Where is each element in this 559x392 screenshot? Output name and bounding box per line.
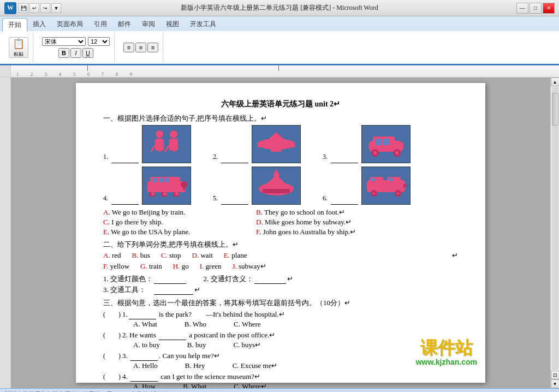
redo-btn[interactable]: ↪ <box>40 3 50 13</box>
q1-text: 1. is the park? —It's behind the hospita… <box>122 310 285 319</box>
cat-1: 1. 交通灯颜色： <box>103 274 187 284</box>
q3-b: B. Hey <box>185 361 205 370</box>
watermark: 课件站 www.kjzhan.com <box>416 338 477 366</box>
align-left-btn[interactable]: ≡ <box>123 43 134 52</box>
align-right-btn[interactable]: ≡ <box>147 43 158 52</box>
svg-marker-38 <box>273 169 279 174</box>
restore-btn[interactable]: □ <box>530 3 542 14</box>
img-num-5: 5. <box>213 194 218 203</box>
section1-header: 一、根据图片选择合适的句子,把序号填在横线上。↵ <box>103 114 458 123</box>
ruler: 1 2 3 4 5 6 7 8 9 <box>0 66 559 78</box>
italic-btn[interactable]: I <box>70 48 81 58</box>
img-item-1: 1. <box>103 125 191 163</box>
paste-btn[interactable]: 📋 粘贴 <box>9 37 28 58</box>
doc-title: 六年级上册英语单元练习题 unit 2↵ <box>103 99 458 109</box>
doc-area: 六年级上册英语单元练习题 unit 2↵ 一、根据图片选择合适的句子,把序号填在… <box>0 78 559 388</box>
svg-point-27 <box>163 192 166 195</box>
cat-3: 3. 交通工具： ↵ <box>103 286 200 294</box>
blank-5 <box>221 195 248 205</box>
svg-rect-37 <box>273 174 279 189</box>
q3-choices: A. Hello B. Hey C. Excuse me↵ <box>103 361 458 370</box>
img-item-5: 5. <box>213 167 301 205</box>
q1-choices: A. What B. Who C. Where <box>103 320 458 329</box>
tab-layout[interactable]: 页面布局 <box>51 18 88 31</box>
tab-references[interactable]: 引用 <box>88 18 112 31</box>
section3-header: 三、根据句意，选出一个最佳的答案，将其标号填写在题前括号内。（10分）↵ <box>103 298 458 308</box>
option-c: C. I go there by ship. <box>103 218 256 227</box>
img-box-3 <box>361 125 411 163</box>
svg-point-17 <box>373 151 377 155</box>
svg-rect-36 <box>263 189 290 193</box>
q2-text: 2. He wants a postcard in the post offic… <box>122 331 275 340</box>
section2-words2: F. yellow G. train H. go I. green J. sub… <box>103 262 458 271</box>
word-c: C. stop <box>161 251 181 260</box>
svg-point-4 <box>170 130 177 138</box>
category-row2: 3. 交通工具： ↵ <box>103 285 458 295</box>
q4-c: C. Where↵ <box>234 382 267 388</box>
tab-view[interactable]: 视图 <box>160 18 185 31</box>
svg-rect-19 <box>375 139 382 145</box>
q1-c: C. Where <box>234 320 261 329</box>
bold-btn[interactable]: B <box>58 48 69 58</box>
svg-point-44 <box>373 192 375 194</box>
blank-6 <box>331 195 358 205</box>
minimize-btn[interactable]: — <box>516 3 528 14</box>
font-size-select[interactable]: 12 <box>88 37 110 46</box>
tab-mailings[interactable]: 邮件 <box>112 18 136 31</box>
tab-insert[interactable]: 插入 <box>27 18 51 31</box>
img-box-4 <box>142 167 191 205</box>
tab-developer[interactable]: 开发工具 <box>185 18 222 31</box>
ruler-side <box>0 66 11 77</box>
word-b: B. bus <box>132 251 150 260</box>
scroll-thumb[interactable] <box>552 93 558 126</box>
scroll-up-btn[interactable]: ▲ <box>551 78 560 86</box>
tab-home[interactable]: 开始 <box>2 18 27 32</box>
title-bar-left: W 💾 ↩ ↪ ▼ <box>4 2 61 14</box>
customize-btn[interactable]: ▼ <box>51 3 61 13</box>
word-d: D. wait <box>192 251 213 260</box>
img-item-6: 6. <box>323 167 411 205</box>
save-quick-btn[interactable]: 💾 <box>19 3 28 13</box>
align-center-btn[interactable]: ≡ <box>135 43 146 52</box>
right-scrollbar: ▲ ⊡ ▼ <box>550 78 559 388</box>
blank-3 <box>331 154 358 163</box>
tab-review[interactable]: 审阅 <box>136 18 160 31</box>
cat-2: 2. 交通灯含义： ↵ <box>204 274 294 284</box>
undo-btn[interactable]: ↩ <box>29 3 39 13</box>
ribbon-content: 📋 粘贴 宋体 12 B I U ≡ ≡ ≡ <box>0 31 559 65</box>
img-num-3: 3. <box>323 153 328 161</box>
q4-text: 4. can I get to the science museum?↵ <box>122 372 260 382</box>
font-family-select[interactable]: 宋体 <box>42 37 86 46</box>
options-row2: C. I go there by ship. D. Mike goes home… <box>103 218 458 227</box>
word-e-cr: ↵ <box>452 251 458 260</box>
img-num-4: 4. <box>103 194 108 203</box>
svg-point-18 <box>395 151 399 155</box>
option-d: D. Mike goes home by subway.↵ <box>256 218 352 227</box>
scroll-down-btn[interactable]: ▼ <box>551 379 560 388</box>
word-g: G. train <box>140 262 162 271</box>
ruler-main: 1 2 3 4 5 6 7 8 9 <box>11 66 559 77</box>
option-e: E. We go to the USA by plane. <box>103 228 256 236</box>
svg-rect-46 <box>371 178 375 181</box>
img-box-1 <box>142 125 191 163</box>
q4-paren: ( ) <box>103 372 122 382</box>
title-bar: W 💾 ↩ ↪ ▼ 新版小学英语六年级上册第二单元练习题 [兼容模式] - Mi… <box>0 0 559 16</box>
clipboard-group: 📋 粘贴 <box>4 32 33 63</box>
q2-c: C. buys↵ <box>233 341 261 349</box>
word-j: J. subway↵ <box>232 262 266 271</box>
close-btn[interactable]: ✕ <box>543 3 555 14</box>
q2-row: ( ) 2. He wants a postcard in the post o… <box>103 331 458 340</box>
expand-btn[interactable]: ⊡ <box>551 371 560 379</box>
img-item-3: 3. <box>323 125 411 163</box>
left-ruler <box>0 78 11 388</box>
ribbon: 开始 插入 页面布局 引用 邮件 审阅 视图 开发工具 📋 粘贴 宋体 12 B… <box>0 16 559 66</box>
svg-marker-9 <box>265 132 287 142</box>
img-box-5 <box>252 167 301 205</box>
q1-b: B. Who <box>185 320 206 329</box>
q4-row: ( ) 4. can I get to the science museum?↵ <box>103 372 458 382</box>
svg-rect-5 <box>169 139 178 151</box>
svg-point-28 <box>175 192 179 195</box>
watermark-url-text: www.kjzhan.com <box>416 358 477 366</box>
underline-btn[interactable]: U <box>82 48 93 58</box>
img-num-6: 6. <box>323 194 328 203</box>
